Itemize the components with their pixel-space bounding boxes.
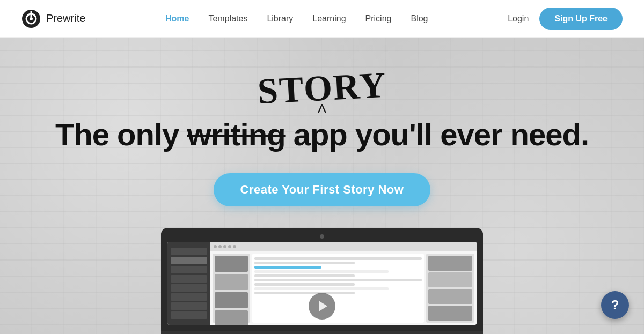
sidebar-item xyxy=(171,302,207,310)
hero-section: STORY ^ The only writing app you'll ever… xyxy=(0,38,644,334)
screen-main xyxy=(210,242,477,325)
nav-pricing[interactable]: Pricing xyxy=(365,14,392,23)
scene-detail-thumb xyxy=(428,256,472,271)
play-button-overlay xyxy=(309,293,335,320)
brand-logo-link[interactable]: Prewrite xyxy=(21,9,85,28)
screen-toolbar xyxy=(210,242,477,251)
laptop-frame xyxy=(161,228,483,331)
nav-templates[interactable]: Templates xyxy=(208,14,247,23)
scene-detail-panel xyxy=(426,254,474,323)
scene-thumb xyxy=(215,256,248,272)
content-line xyxy=(254,257,422,260)
toolbar-dot xyxy=(218,245,222,248)
scene-detail-thumb xyxy=(428,272,472,287)
content-line xyxy=(254,279,422,281)
svg-point-3 xyxy=(30,17,33,20)
scene-thumb xyxy=(215,310,248,325)
nav-blog[interactable]: Blog xyxy=(411,14,428,23)
laptop-camera xyxy=(320,234,324,239)
content-line xyxy=(254,274,355,277)
content-line xyxy=(254,292,355,294)
content-line xyxy=(254,283,355,286)
story-word: STORY xyxy=(257,66,387,110)
brand-icon xyxy=(21,9,41,28)
content-line xyxy=(254,270,389,273)
toolbar-dot xyxy=(233,245,236,248)
toolbar-dot xyxy=(214,245,217,248)
screen-content xyxy=(210,251,477,325)
headline-after: app you'll ever need. xyxy=(286,117,589,152)
sidebar-item xyxy=(171,257,207,264)
laptop-mockup xyxy=(161,228,483,334)
hero-headline: The only writing app you'll ever need. xyxy=(55,117,589,152)
scene-thumb xyxy=(215,274,248,290)
navbar-right: Login Sign Up Free xyxy=(508,8,623,30)
sidebar-item xyxy=(171,275,207,283)
scene-thumb xyxy=(215,292,248,308)
play-triangle-icon xyxy=(319,301,327,311)
help-button[interactable]: ? xyxy=(601,291,629,319)
nav-home[interactable]: Home xyxy=(165,14,189,23)
laptop-base xyxy=(161,331,483,334)
sidebar-item xyxy=(171,293,207,301)
nav-learning[interactable]: Learning xyxy=(312,14,346,23)
scenes-panel xyxy=(213,254,250,323)
signup-button[interactable]: Sign Up Free xyxy=(539,8,623,30)
content-line xyxy=(254,266,321,269)
brand-name: Prewrite xyxy=(46,12,85,25)
editor-panel xyxy=(252,254,424,323)
sidebar-item xyxy=(171,284,207,292)
nav-links: Home Templates Library Learning Pricing … xyxy=(165,14,428,24)
sidebar-item xyxy=(171,248,207,255)
hero-content: STORY ^ The only writing app you'll ever… xyxy=(55,70,589,206)
help-icon: ? xyxy=(611,298,619,313)
headline-strikethrough: writing xyxy=(187,117,285,152)
nav-library[interactable]: Library xyxy=(267,14,293,23)
login-link[interactable]: Login xyxy=(508,14,529,24)
laptop-screen xyxy=(167,242,477,325)
sidebar-item xyxy=(171,266,207,273)
headline-before: The only xyxy=(55,117,187,152)
navbar: Prewrite Home Templates Library Learning… xyxy=(0,0,644,38)
sidebar-item xyxy=(171,311,207,319)
toolbar-dot xyxy=(228,245,231,248)
content-line xyxy=(254,287,389,290)
screen-sidebar xyxy=(167,242,210,325)
toolbar-dot xyxy=(223,245,226,248)
scene-detail-thumb xyxy=(428,289,472,304)
content-line xyxy=(254,262,355,264)
scene-detail-thumb xyxy=(428,306,472,321)
cta-button[interactable]: Create Your First Story Now xyxy=(214,173,431,206)
